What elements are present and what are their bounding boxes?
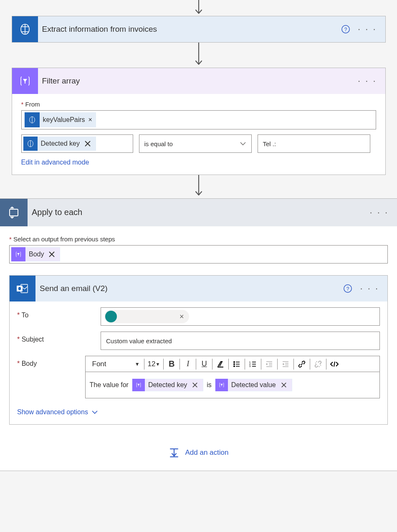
flow-arrow <box>0 43 397 68</box>
code-view-button[interactable] <box>328 357 341 371</box>
svg-rect-8 <box>217 367 223 367</box>
more-menu[interactable]: · · · <box>358 79 377 83</box>
chevron-down-icon <box>240 140 246 147</box>
svg-text:3: 3 <box>249 365 251 367</box>
remove-token[interactable] <box>279 380 288 390</box>
step-send-email[interactable]: Send an email (V2) ? · · · * To × <box>9 275 388 425</box>
add-action-button[interactable]: Add an action <box>0 425 397 471</box>
loop-icon <box>0 199 28 226</box>
more-menu[interactable]: · · · <box>369 210 389 215</box>
filter-icon <box>12 68 38 94</box>
subject-label: * Subject <box>17 332 101 343</box>
token-detected-value[interactable]: Detected value <box>215 379 292 391</box>
subject-input[interactable]: Custom value extracted <box>101 332 380 350</box>
condition-right[interactable]: Tel .: <box>258 134 370 153</box>
svg-point-10 <box>234 363 235 364</box>
filter-token-icon <box>11 247 25 261</box>
step-title: Extract information from invoices <box>38 25 341 34</box>
to-input[interactable]: × <box>101 307 380 326</box>
filter-token-icon <box>132 379 145 391</box>
underline-button[interactable]: U <box>198 357 210 371</box>
edit-advanced-mode-link[interactable]: Edit in advanced mode <box>21 159 89 166</box>
svg-text:?: ? <box>344 26 347 32</box>
from-label: * From <box>21 101 376 108</box>
to-label: * To <box>17 307 101 319</box>
chevron-down-icon <box>91 409 98 415</box>
svg-point-5 <box>18 287 21 290</box>
remove-token[interactable] <box>83 139 92 148</box>
from-input[interactable]: keyValuePairs × <box>21 110 376 129</box>
flow-arrow <box>0 0 397 16</box>
outlook-icon <box>10 276 35 301</box>
token-detected-key[interactable]: Detected key <box>23 137 96 151</box>
rte-toolbar: Font ▼ 12 ▼ B I <box>86 356 379 372</box>
step-apply-to-each[interactable]: Apply to each · · · * Select an output f… <box>0 198 397 471</box>
body-editor[interactable]: Font ▼ 12 ▼ B I <box>85 356 380 398</box>
avatar <box>105 311 117 322</box>
step-title: Filter array <box>38 76 358 86</box>
ai-token-icon <box>25 112 40 127</box>
condition-left[interactable]: Detected key <box>21 134 133 153</box>
bold-button[interactable]: B <box>165 357 178 371</box>
svg-point-9 <box>234 361 235 362</box>
indent-button[interactable] <box>279 357 292 371</box>
font-size-select[interactable]: 12 ▼ <box>146 357 162 371</box>
outdent-button[interactable] <box>263 357 276 371</box>
remove-token[interactable] <box>190 380 200 390</box>
filter-token-icon <box>215 379 228 391</box>
italic-button[interactable]: I <box>182 357 194 371</box>
body-content[interactable]: The value for Detected key is Detected v <box>86 372 379 398</box>
remove-token[interactable] <box>47 250 56 259</box>
text-color-button[interactable] <box>214 357 227 371</box>
token-detected-key[interactable]: Detected key <box>132 379 203 391</box>
condition-operator[interactable]: is equal to <box>139 134 252 153</box>
select-output-label: * Select an output from previous steps <box>9 236 388 243</box>
help-icon[interactable]: ? <box>341 25 350 34</box>
ai-builder-icon <box>12 16 38 42</box>
show-advanced-options-link[interactable]: Show advanced options <box>17 408 98 416</box>
svg-rect-2 <box>10 209 18 216</box>
help-icon[interactable]: ? <box>343 284 352 293</box>
more-menu[interactable]: · · · <box>360 286 379 291</box>
bullet-list-button[interactable] <box>230 357 243 371</box>
step-extract-invoices[interactable]: Extract information from invoices ? · · … <box>12 16 386 43</box>
remove-recipient[interactable]: × <box>180 312 184 321</box>
add-step-icon <box>169 447 180 458</box>
more-menu[interactable]: · · · <box>358 27 377 31</box>
step-title: Apply to each <box>28 208 369 217</box>
number-list-button[interactable]: 123 <box>247 357 259 371</box>
step-title: Send an email (V2) <box>35 284 343 293</box>
svg-point-11 <box>234 365 235 366</box>
step-filter-array[interactable]: Filter array · · · * From keyValuePairs … <box>12 68 386 175</box>
token-keyvaluepairs[interactable]: keyValuePairs × <box>24 112 96 127</box>
svg-text:?: ? <box>346 286 349 291</box>
token-body[interactable]: Body <box>11 247 60 261</box>
body-label: * Body <box>17 356 85 367</box>
unlink-button[interactable] <box>312 357 324 371</box>
recipient-chip[interactable]: × <box>104 310 189 323</box>
select-output-input[interactable]: Body <box>9 245 388 263</box>
remove-token[interactable]: × <box>89 116 92 124</box>
ai-token-icon <box>23 137 38 151</box>
font-family-select[interactable]: Font ▼ <box>88 357 142 371</box>
link-button[interactable] <box>296 357 308 371</box>
flow-arrow <box>0 175 397 198</box>
